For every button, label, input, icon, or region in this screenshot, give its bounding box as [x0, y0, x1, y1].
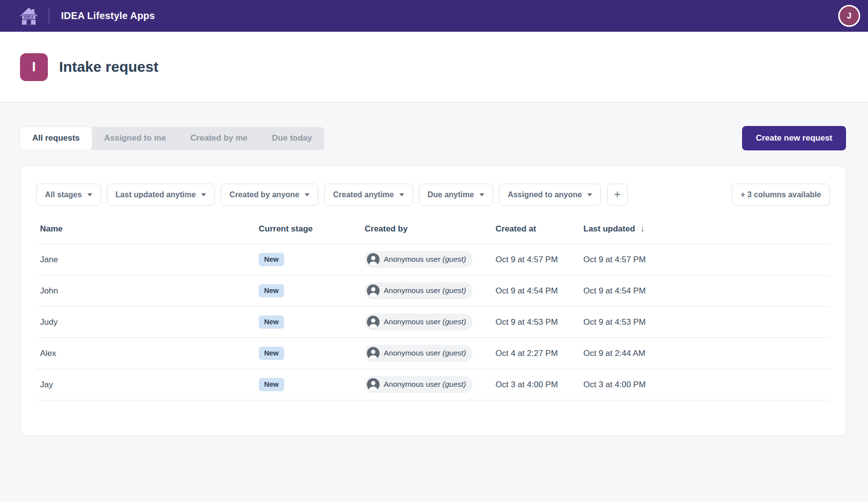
request-name: Jane [36, 244, 255, 275]
person-icon [367, 347, 380, 360]
created-at-value: Oct 9 at 4:53 PM [492, 307, 579, 338]
table-row[interactable]: Judy New Anonymous user (guest) [36, 307, 830, 338]
table-header-row: Name Current stage Created by Created at… [36, 217, 830, 244]
requests-card: All stages Last updated anytime Created … [20, 166, 846, 436]
house-logo-icon[interactable]: IDEA [19, 6, 39, 26]
last-updated-value: Oct 9 at 2:44 AM [579, 338, 830, 369]
create-new-request-button[interactable]: Create new request [742, 126, 846, 150]
filter-label: Created by anyone [229, 190, 299, 199]
created-at-value: Oct 3 at 4:00 PM [492, 369, 579, 400]
top-navbar: IDEA IDEA Lifestyle Apps J [0, 0, 868, 32]
person-icon [367, 253, 380, 266]
created-at-value: Oct 9 at 4:54 PM [492, 275, 579, 307]
guest-suffix: (guest) [442, 349, 466, 357]
last-updated-value: Oct 3 at 4:00 PM [579, 369, 830, 400]
toolbar-row: All requests Assigned to me Created by m… [20, 126, 846, 150]
request-name: Judy [36, 307, 255, 338]
created-by-pill: Anonymous user (guest) [365, 251, 473, 268]
created-by-name: Anonymous user [384, 286, 440, 295]
app-title: IDEA Lifestyle Apps [61, 10, 155, 21]
filters-row: All stages Last updated anytime Created … [36, 184, 830, 206]
column-header-current-stage[interactable]: Current stage [255, 217, 361, 244]
tab-assigned-to-me[interactable]: Assigned to me [92, 127, 178, 150]
navbar-divider [49, 9, 49, 23]
person-icon [367, 284, 380, 297]
created-by-name: Anonymous user [384, 349, 440, 357]
created-by-pill: Anonymous user (guest) [365, 376, 473, 393]
chevron-down-icon [87, 193, 92, 196]
filter-last-updated[interactable]: Last updated anytime [107, 184, 215, 206]
logo-text: IDEA [24, 15, 34, 20]
stage-badge: New [259, 347, 284, 360]
filter-all-stages[interactable]: All stages [36, 184, 101, 206]
created-by-pill: Anonymous user (guest) [365, 314, 473, 331]
tab-due-today[interactable]: Due today [260, 127, 324, 150]
table-row[interactable]: Alex New Anonymous user (guest) [36, 338, 830, 369]
sort-descending-icon[interactable]: ↓ [641, 224, 645, 233]
filter-created-anytime[interactable]: Created anytime [324, 184, 413, 206]
guest-suffix: (guest) [442, 380, 466, 389]
created-at-value: Oct 4 at 2:27 PM [492, 338, 579, 369]
last-updated-value: Oct 9 at 4:57 PM [579, 244, 830, 275]
column-header-label: Last updated [583, 224, 635, 233]
person-icon [367, 315, 380, 329]
chevron-down-icon [305, 193, 310, 196]
avatar-initial: J [847, 11, 851, 21]
page-title: Intake request [59, 59, 158, 75]
tab-all-requests[interactable]: All requests [20, 127, 92, 150]
last-updated-value: Oct 9 at 4:54 PM [579, 275, 830, 307]
filter-label: All stages [45, 190, 82, 199]
guest-suffix: (guest) [442, 255, 466, 264]
column-header-last-updated[interactable]: Last updated↓ [579, 217, 830, 244]
person-icon [367, 378, 380, 391]
stage-badge: New [259, 315, 284, 329]
view-tabs: All requests Assigned to me Created by m… [20, 127, 324, 150]
created-by-name: Anonymous user [384, 317, 440, 326]
tab-created-by-me[interactable]: Created by me [178, 127, 260, 150]
main-content: All requests Assigned to me Created by m… [0, 126, 868, 436]
table-row[interactable]: Jane New Anonymous user (guest) [36, 244, 830, 275]
table-row[interactable]: John New Anonymous user (guest) [36, 275, 830, 307]
created-by-pill: Anonymous user (guest) [365, 282, 473, 299]
column-header-created-at[interactable]: Created at [492, 217, 579, 244]
add-filter-button[interactable]: + [607, 184, 628, 206]
chevron-down-icon [201, 193, 206, 196]
created-by-pill: Anonymous user (guest) [365, 345, 473, 362]
request-name: Alex [36, 338, 255, 369]
request-name: John [36, 275, 255, 307]
filter-due-anytime[interactable]: Due anytime [419, 184, 493, 206]
page-header: I Intake request [0, 32, 868, 103]
created-by-name: Anonymous user [384, 380, 440, 389]
filter-label: Due anytime [428, 190, 474, 199]
chevron-down-icon [587, 193, 592, 196]
stage-badge: New [259, 284, 284, 297]
filter-label: Created anytime [333, 190, 394, 199]
columns-available-button[interactable]: + 3 columns available [732, 184, 830, 206]
created-by-name: Anonymous user [384, 255, 440, 264]
chevron-down-icon [399, 193, 404, 196]
filter-label: Last updated anytime [116, 190, 196, 199]
table-row[interactable]: Jay New Anonymous user (guest) [36, 369, 830, 400]
filter-created-by[interactable]: Created by anyone [221, 184, 318, 206]
created-at-value: Oct 9 at 4:57 PM [492, 244, 579, 275]
guest-suffix: (guest) [442, 286, 466, 295]
column-header-created-by[interactable]: Created by [361, 217, 492, 244]
column-header-name[interactable]: Name [36, 217, 255, 244]
plus-icon: + [614, 188, 620, 201]
stage-badge: New [259, 378, 284, 391]
chevron-down-icon [479, 193, 484, 196]
stage-badge: New [259, 253, 284, 266]
last-updated-value: Oct 9 at 4:53 PM [579, 307, 830, 338]
app-icon-letter: I [32, 59, 36, 75]
request-name: Jay [36, 369, 255, 400]
filter-assigned-to[interactable]: Assigned to anyone [499, 184, 601, 206]
guest-suffix: (guest) [442, 317, 466, 326]
app-icon-tile: I [20, 53, 48, 81]
filter-label: Assigned to anyone [508, 190, 582, 199]
requests-table: Name Current stage Created by Created at… [36, 217, 830, 400]
user-avatar[interactable]: J [838, 5, 860, 27]
